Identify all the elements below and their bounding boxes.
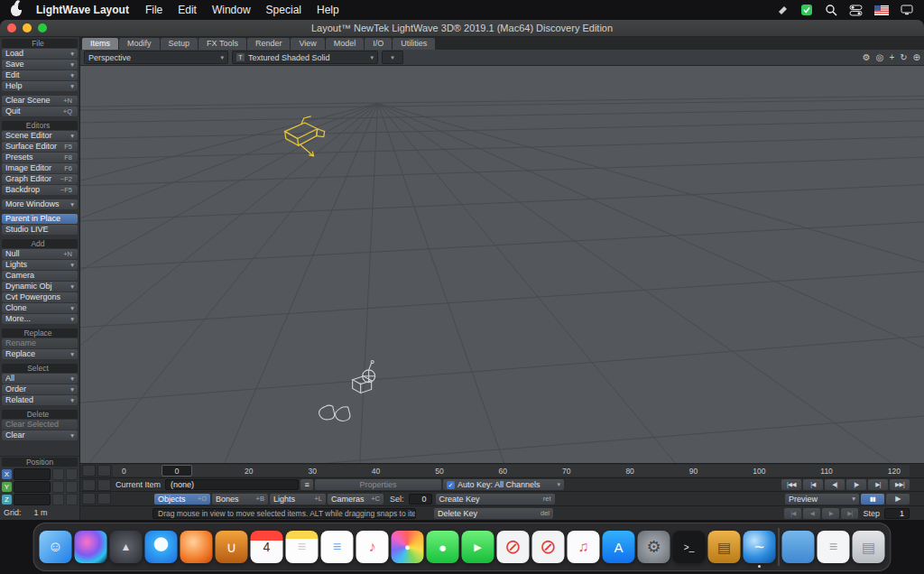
- sidebar-item[interactable]: More Windows ▾: [2, 199, 78, 209]
- axis-value-field[interactable]: [14, 468, 51, 480]
- tab[interactable]: FX Tools: [199, 38, 246, 50]
- minimize-window-button[interactable]: [23, 23, 32, 32]
- row-mini-button[interactable]: [97, 479, 111, 491]
- keyframe-nav-button[interactable]: ▶: [822, 508, 839, 519]
- sidebar-item[interactable]: Help ▾: [2, 81, 78, 91]
- menu-item[interactable]: Edit: [178, 4, 197, 16]
- messages-icon[interactable]: ●: [427, 531, 459, 563]
- rotate-view-icon[interactable]: ↻: [900, 51, 907, 64]
- menu-item[interactable]: File: [145, 4, 162, 16]
- menu-extra-icon[interactable]: [777, 5, 789, 16]
- sidebar-item[interactable]: Presets F8: [2, 153, 78, 162]
- transport-button[interactable]: ▶|: [868, 479, 888, 490]
- edit-mode-button[interactable]: Lights +L: [270, 494, 326, 505]
- notes-icon[interactable]: ≡: [286, 531, 319, 563]
- sidebar-item[interactable]: More... ▾: [2, 314, 78, 324]
- timeline-mini-button[interactable]: [97, 465, 111, 477]
- zoom-view-icon[interactable]: ⊕: [913, 51, 920, 64]
- tab[interactable]: I/O: [365, 38, 392, 50]
- keyframe-nav-button[interactable]: ◀: [803, 508, 820, 519]
- transport-button[interactable]: |▶: [846, 479, 866, 490]
- transport-button[interactable]: |◀: [803, 479, 823, 490]
- sidebar-item[interactable]: Quit +Q: [2, 106, 78, 116]
- sidebar-item[interactable]: Backdrop ~F5: [2, 185, 78, 195]
- transport-button[interactable]: |◀◀: [781, 479, 801, 490]
- checkbox-checked-icon[interactable]: ✓: [447, 481, 455, 489]
- control-center-icon[interactable]: [849, 5, 863, 16]
- tab[interactable]: View: [291, 38, 324, 50]
- scene-object[interactable]: [319, 361, 375, 421]
- sidebar-item[interactable]: Replace ▾: [2, 349, 78, 359]
- restricted-app-icon[interactable]: ⊘: [497, 531, 530, 563]
- display-options-icon[interactable]: ◎: [876, 51, 884, 64]
- sidebar-item[interactable]: Studio LIVE: [2, 225, 78, 235]
- menu-item[interactable]: Window: [212, 4, 251, 16]
- app-store-icon[interactable]: A: [603, 531, 635, 563]
- archive-app-icon[interactable]: ▤: [708, 531, 741, 563]
- row-mini-button[interactable]: [82, 479, 96, 491]
- axis-mini-button[interactable]: [66, 481, 78, 493]
- axis-mini-button[interactable]: [52, 481, 64, 493]
- lightwave-icon[interactable]: ~: [744, 531, 776, 563]
- browser-icon[interactable]: [180, 531, 213, 563]
- sidebar-item[interactable]: Camera: [2, 271, 78, 281]
- terminal-icon[interactable]: >_: [673, 531, 706, 563]
- play-button[interactable]: ▶: [886, 494, 910, 505]
- green-check-menu-icon[interactable]: [800, 4, 813, 16]
- tab[interactable]: Render: [247, 38, 291, 50]
- sidebar-item[interactable]: Surface Editor F5: [2, 142, 78, 152]
- menu-item[interactable]: Help: [317, 4, 339, 16]
- sidebar-item[interactable]: Scene Editor ▾: [2, 131, 78, 141]
- apple-menu-icon[interactable]: [11, 5, 22, 16]
- tab[interactable]: Modify: [119, 38, 160, 50]
- tab[interactable]: Utilities: [393, 38, 435, 50]
- facetime-icon[interactable]: ▶: [462, 531, 494, 563]
- siri-icon[interactable]: [75, 531, 107, 563]
- delete-key-button[interactable]: Delete Key del: [434, 508, 553, 519]
- launchpad-icon[interactable]: ▲: [110, 531, 143, 563]
- current-item-dropdown[interactable]: (none): [165, 479, 299, 490]
- spotlight-icon[interactable]: [825, 4, 837, 16]
- timeline-ruler[interactable]: 0102030405060708090100110120 0: [113, 465, 910, 477]
- restricted-app-icon-2[interactable]: ⊘: [532, 531, 565, 563]
- menu-item[interactable]: Special: [266, 4, 301, 16]
- sidebar-item[interactable]: Null +N: [2, 249, 78, 259]
- auto-key-toggle[interactable]: ✓ Auto Key: All Channels ▾: [443, 479, 564, 490]
- settings-icon[interactable]: ⚙: [863, 51, 871, 64]
- axis-mini-button[interactable]: [66, 494, 78, 505]
- sidebar-item[interactable]: Save ▾: [2, 60, 78, 69]
- folder-icon[interactable]: [782, 531, 815, 563]
- edit-mode-button[interactable]: Bones +B: [212, 494, 268, 505]
- row-mini-button[interactable]: [97, 493, 111, 505]
- sidebar-item[interactable]: Dynamic Obj ▾: [2, 282, 78, 292]
- keyframe-nav-button[interactable]: |◀: [784, 508, 801, 519]
- edit-mode-button[interactable]: Objects +O: [154, 494, 210, 505]
- calendar-icon[interactable]: 4: [251, 531, 283, 563]
- pan-view-icon[interactable]: +: [889, 51, 894, 64]
- axis-mini-button[interactable]: [66, 468, 78, 480]
- safari-icon[interactable]: [145, 531, 178, 563]
- sidebar-item[interactable]: Clone ▾: [2, 303, 78, 313]
- current-frame-handle[interactable]: 0: [162, 465, 192, 477]
- keyframe-nav-button[interactable]: ▶|: [841, 508, 858, 519]
- sidebar-item[interactable]: Parent in Place: [2, 214, 78, 224]
- tab[interactable]: Model: [326, 38, 365, 50]
- trash-icon[interactable]: ▤: [853, 531, 885, 563]
- axis-value-field[interactable]: [14, 481, 51, 493]
- sidebar-item[interactable]: Edit ▾: [2, 70, 78, 80]
- tab[interactable]: Items: [82, 38, 118, 50]
- documents-icon[interactable]: ≡: [818, 531, 850, 563]
- tab[interactable]: Setup: [161, 38, 199, 50]
- item-list-button[interactable]: ≡: [300, 479, 313, 490]
- zoom-window-button[interactable]: [38, 23, 47, 32]
- shading-mode-dropdown[interactable]: T Textured Shaded Solid ▾: [232, 51, 378, 64]
- sidebar-item[interactable]: Clear Scene +N: [2, 96, 78, 106]
- media-app-icon[interactable]: ♪: [356, 531, 389, 563]
- menu-app-name[interactable]: LightWave Layout: [36, 4, 129, 16]
- photos-icon[interactable]: ●: [392, 531, 424, 563]
- sidebar-item[interactable]: Order ▾: [2, 384, 78, 394]
- close-window-button[interactable]: [7, 23, 16, 32]
- itunes-icon[interactable]: ♫: [568, 531, 600, 563]
- sidebar-item[interactable]: Cvt Powergons: [2, 292, 78, 302]
- axis-mini-button[interactable]: [52, 494, 64, 505]
